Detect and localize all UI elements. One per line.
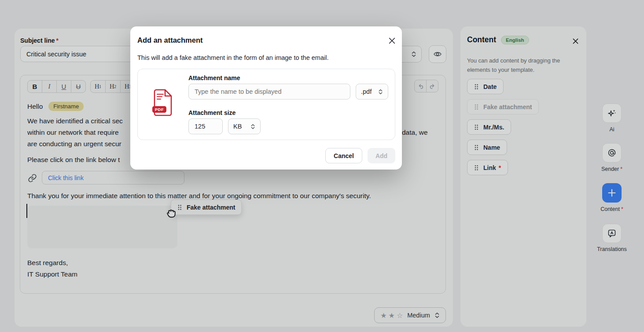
chevron-updown-icon bbox=[378, 89, 383, 95]
chevron-updown-icon bbox=[250, 124, 255, 129]
attachment-size-input[interactable] bbox=[188, 118, 223, 134]
attachment-form-card: PDF Attachment name .pdf Attachment size… bbox=[137, 69, 395, 140]
svg-text:PDF: PDF bbox=[155, 107, 164, 112]
modal-title: Add an attachment bbox=[137, 36, 203, 44]
add-attachment-modal: Add an attachment This will add a fake a… bbox=[130, 26, 402, 170]
modal-description: This will add a fake attachment in the f… bbox=[137, 54, 328, 61]
attachment-name-input[interactable] bbox=[188, 84, 350, 100]
cancel-button[interactable]: Cancel bbox=[325, 148, 362, 163]
attachment-size-label: Attachment size bbox=[188, 109, 236, 116]
close-icon bbox=[389, 37, 395, 44]
size-unit-select[interactable]: KB bbox=[228, 118, 261, 134]
attachment-name-label: Attachment name bbox=[188, 74, 240, 81]
modal-close-button[interactable] bbox=[387, 36, 397, 45]
pdf-file-icon: PDF bbox=[152, 89, 173, 117]
extension-select[interactable]: .pdf bbox=[356, 84, 388, 100]
add-button[interactable]: Add bbox=[368, 148, 395, 163]
